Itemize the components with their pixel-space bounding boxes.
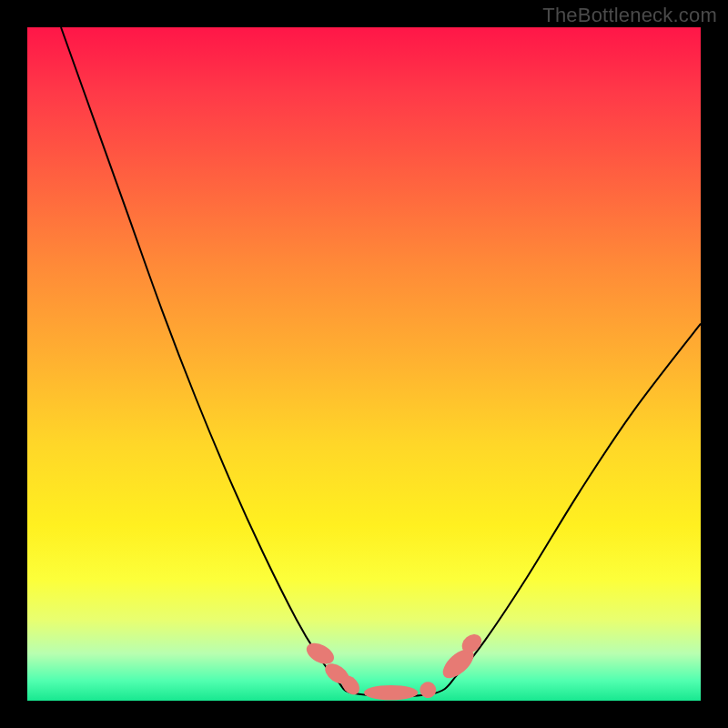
plot-svg xyxy=(27,27,701,701)
bead-4 xyxy=(364,685,418,700)
plot-area xyxy=(27,27,701,701)
bottleneck-curve xyxy=(61,27,701,696)
chart-frame: TheBottleneck.com xyxy=(0,0,728,728)
attribution-text: TheBottleneck.com xyxy=(542,4,717,27)
bead-5 xyxy=(418,680,438,700)
